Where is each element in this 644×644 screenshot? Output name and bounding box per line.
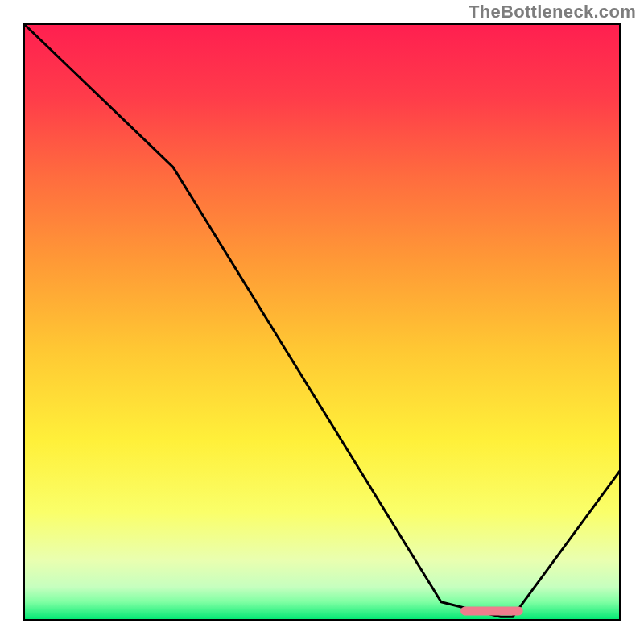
chart-frame: TheBottleneck.com: [0, 0, 644, 644]
plot-background: [24, 24, 620, 620]
plot-svg: [0, 0, 644, 644]
watermark-label: TheBottleneck.com: [469, 2, 636, 23]
